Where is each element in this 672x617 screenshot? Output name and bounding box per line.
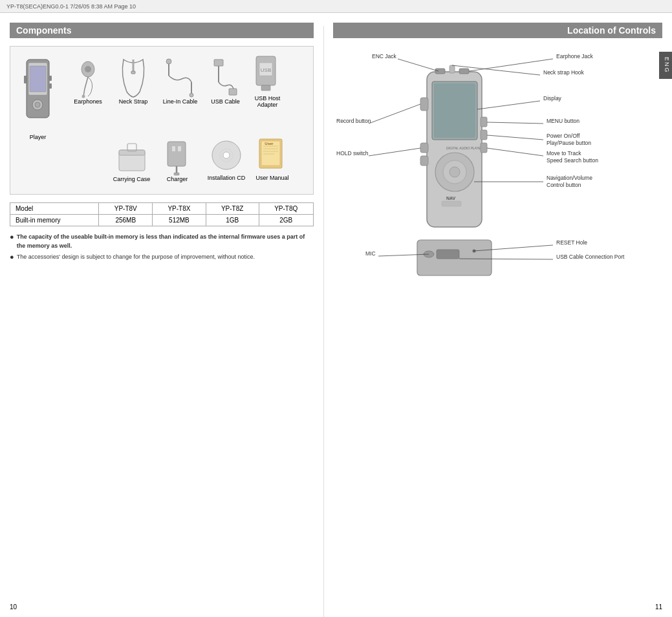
specs-table: Model YP-T8V YP-T8X YP-T8Z YP-T8Q Built-…	[10, 202, 314, 226]
svg-text:Speed Search button: Speed Search button	[547, 157, 598, 164]
controls-title: Location of Controls	[333, 23, 662, 38]
installation-cd-icon	[209, 137, 244, 175]
svg-rect-54	[442, 201, 461, 206]
svg-rect-48	[434, 83, 475, 138]
svg-point-18	[190, 93, 193, 97]
svg-rect-55	[420, 98, 428, 111]
left-panel: Components Player	[0, 13, 323, 617]
svg-rect-14	[131, 71, 135, 74]
line-in-cable-label: Line-In Cable	[163, 98, 198, 105]
svg-rect-19	[214, 60, 223, 66]
svg-text:USB: USB	[261, 67, 271, 73]
svg-line-78	[369, 148, 420, 156]
model-header: Model	[10, 203, 99, 215]
usb-adapter-label: USB Host Adapter	[246, 95, 288, 108]
svg-text:Record button: Record button	[336, 118, 371, 124]
header-meta: YP-T8(SECA)ENG0.0-1 7/26/05 8:38 AM Page…	[6, 3, 136, 10]
svg-rect-7	[49, 83, 52, 89]
usb-adapter-icon: USB	[250, 53, 285, 95]
svg-rect-5	[24, 76, 27, 83]
svg-text:Earphone Jack: Earphone Jack	[556, 53, 593, 60]
svg-line-85	[487, 148, 543, 156]
svg-text:Navigation/Volume: Navigation/Volume	[547, 175, 592, 181]
svg-text:ENC Jack: ENC Jack	[372, 53, 397, 60]
note-bullet-1: ●	[10, 233, 14, 241]
svg-rect-56	[420, 143, 428, 153]
svg-line-74	[477, 101, 540, 109]
svg-rect-23	[261, 85, 270, 91]
svg-line-80	[487, 122, 543, 124]
svg-text:Display: Display	[543, 95, 562, 102]
svg-text:HOLD switch: HOLD switch	[336, 150, 369, 157]
memory-t8x: 512MB	[153, 215, 206, 226]
svg-text:USB Cable Connection Port: USB Cable Connection Port	[556, 254, 625, 260]
svg-point-36	[223, 152, 230, 158]
svg-line-10	[85, 77, 88, 89]
svg-rect-27	[119, 150, 145, 155]
installation-cd-label: Installation CD	[208, 175, 246, 181]
memory-t8q: 2GB	[259, 215, 313, 226]
svg-line-82	[487, 135, 543, 140]
page-number-left: 10	[10, 603, 17, 611]
svg-rect-32	[174, 173, 179, 175]
svg-rect-34	[178, 146, 181, 151]
svg-line-68	[398, 59, 439, 71]
svg-rect-61	[435, 69, 445, 74]
page-number-right: 11	[655, 603, 662, 611]
notes-section: ● The capacity of the useable built-in m…	[10, 233, 314, 262]
carrying-case-label: Carrying Case	[113, 176, 151, 182]
memory-t8z: 1GB	[206, 215, 259, 226]
components-box: Player Earphones	[10, 46, 314, 195]
earphones-label: Earphones	[74, 98, 102, 105]
note-text-1: The capacity of the useable built-in mem…	[17, 233, 314, 250]
model-t8v: YP-T8V	[99, 203, 153, 215]
model-t8x: YP-T8X	[153, 203, 206, 215]
right-panel: Location of Controls ENG DIGITAL AUDIO P…	[323, 13, 672, 617]
svg-rect-33	[172, 146, 175, 151]
svg-line-76	[369, 104, 420, 124]
line-in-cable-icon	[162, 56, 198, 98]
model-t8q: YP-T8Q	[259, 203, 313, 215]
device-diagram: DIGITAL AUDIO PLAYER NAV	[333, 46, 662, 292]
earphones-icon	[72, 56, 104, 98]
neck-strap-label: Neck Strap	[119, 98, 148, 105]
charger-icon	[161, 138, 193, 176]
svg-text:User: User	[265, 142, 274, 146]
user-manual-label: User Manual	[255, 175, 288, 181]
player-icon	[20, 56, 56, 134]
svg-rect-59	[481, 130, 487, 140]
carrying-case-icon	[116, 140, 148, 176]
neck-strap-icon	[117, 56, 149, 98]
header-bar: YP-T8(SECA)ENG0.0-1 7/26/05 8:38 AM Page…	[0, 0, 672, 13]
svg-point-16	[166, 59, 171, 64]
components-title: Components	[10, 23, 314, 38]
svg-rect-6	[49, 76, 52, 81]
svg-rect-60	[481, 143, 487, 153]
usb-cable-label: USB Cable	[211, 98, 240, 105]
svg-text:RESET Hole: RESET Hole	[556, 239, 587, 246]
memory-t8v: 256MB	[99, 215, 153, 226]
svg-point-9	[85, 66, 91, 72]
svg-text:Power On/Off: Power On/Off	[547, 133, 580, 139]
note-text-2: The accessories' design is subject to ch…	[17, 253, 255, 262]
svg-rect-58	[481, 117, 487, 127]
usb-cable-icon	[211, 56, 240, 98]
svg-line-70	[469, 59, 553, 71]
controls-diagram-svg: DIGITAL AUDIO PLAYER NAV	[333, 46, 650, 298]
svg-text:MIC: MIC	[365, 250, 376, 257]
svg-text:NAV: NAV	[446, 196, 456, 200]
model-t8z: YP-T8Z	[206, 203, 259, 215]
svg-rect-30	[168, 142, 186, 166]
memory-label: Built-in memory	[10, 215, 99, 226]
svg-rect-66	[437, 250, 459, 259]
svg-point-52	[450, 167, 460, 177]
svg-text:MENU button: MENU button	[547, 118, 580, 124]
svg-rect-2	[30, 66, 46, 92]
svg-rect-63	[450, 65, 455, 73]
svg-text:Move to Track: Move to Track	[547, 150, 581, 157]
player-label: Player	[30, 134, 47, 140]
svg-text:Control button: Control button	[547, 182, 581, 188]
svg-rect-21	[229, 89, 237, 95]
svg-point-12	[82, 95, 85, 98]
svg-rect-62	[459, 69, 469, 74]
